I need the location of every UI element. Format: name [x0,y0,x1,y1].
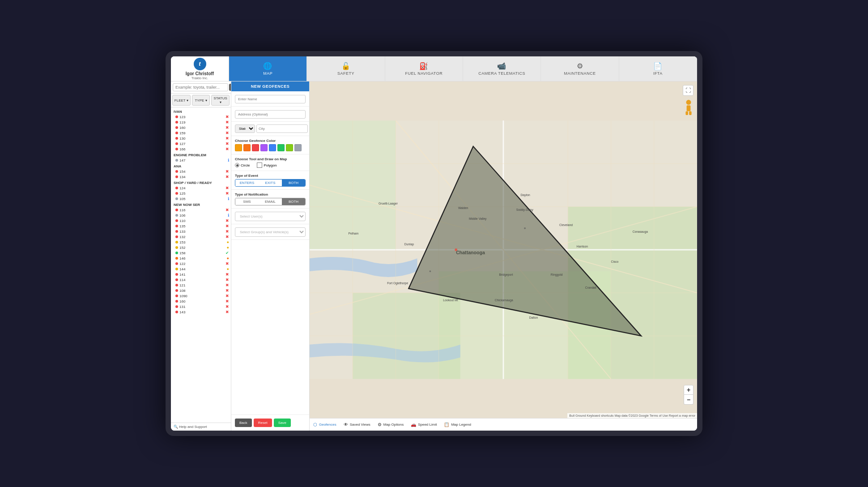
tool-saved-views[interactable]: 👁 Saved Views [344,422,370,427]
back-button[interactable]: Back [235,419,252,427]
color-swatch-orange[interactable] [243,144,251,151]
list-item[interactable]: 131✖ [171,304,231,309]
reset-button[interactable]: Reset [254,419,272,427]
list-item[interactable]: 125✖ [171,191,231,196]
location-section: State [231,122,309,136]
svg-text:Harrison: Harrison [577,245,588,248]
search-input[interactable] [173,83,228,91]
list-item[interactable]: 133✖ [171,229,231,234]
list-item[interactable]: 123✖ [171,114,231,120]
users-select[interactable]: Select User(s) [235,212,306,221]
list-item[interactable]: 105ℹ [171,196,231,201]
notif-sms[interactable]: SMS [235,198,259,205]
notification-toggle: SMS EMAIL BOTH [235,198,306,205]
street-view-icon[interactable] [684,99,694,114]
list-item[interactable]: 124✖ [171,185,231,191]
list-item[interactable]: 130✖ [171,136,231,141]
list-item[interactable]: 119✖ [171,120,231,125]
notif-both[interactable]: BOTH [282,198,305,205]
notification-section: Type of Notification SMS EMAIL BOTH [231,190,309,209]
event-enters[interactable]: ENTERS [235,179,259,186]
color-swatch-red[interactable] [252,144,259,151]
list-item[interactable]: 147ℹ [171,158,231,163]
tab-ifta-label: IFTA [653,71,663,76]
list-item[interactable]: 160✖ [171,125,231,130]
bottom-toolbar: ⬡ Geofences 👁 Saved Views ⚙ Map Options … [310,418,697,431]
tool-geofences[interactable]: ⬡ Geofences [313,422,336,427]
list-item[interactable]: 135✖ [171,223,231,229]
tool-speed-limit[interactable]: 🚗 Speed Limit [411,422,437,427]
geofence-name-input[interactable] [235,95,306,103]
list-item[interactable]: 144● [171,266,231,272]
map-legend-label: Map Legend [451,423,471,427]
color-swatch-gray[interactable] [294,144,302,151]
type-filter[interactable]: TYPE ▾ [192,95,210,106]
list-item[interactable]: 114✖ [171,277,231,282]
list-item[interactable]: 110✖ [171,218,231,223]
zoom-out-button[interactable]: − [684,395,694,405]
tab-fuel[interactable]: ⛽ FUEL NAVIGATOR [385,56,463,81]
svg-text:Pelham: Pelham [349,232,359,235]
tab-safety[interactable]: 🔓 SAFETY [307,56,385,81]
list-item[interactable]: 141✖ [171,272,231,277]
color-swatch-amber[interactable] [235,144,242,151]
save-button[interactable]: Save [274,419,291,427]
map-footer-credits: Bull Ground Keyboard shortcuts Map data … [567,413,697,418]
list-item[interactable]: 132✖ [171,234,231,239]
list-item[interactable]: 153● [171,239,231,245]
tab-camera[interactable]: 📹 CAMERA TELEMATICS [463,56,541,81]
svg-text:Dayton: Dayton [520,193,530,197]
list-item[interactable]: 116✖ [171,207,231,213]
list-item[interactable]: 122✖ [171,261,231,266]
color-swatch-blue[interactable] [269,144,276,151]
svg-text:Bridgeport: Bridgeport [499,273,513,277]
group-ivan: IVAN [171,108,231,114]
color-swatch-purple[interactable] [260,144,268,151]
help-icon: 🔍 [174,425,178,429]
svg-text:Crandall: Crandall [585,286,597,289]
state-select[interactable]: State [235,124,255,133]
polygon-tool[interactable]: Polygon [257,162,277,168]
tab-maintenance[interactable]: ⚙ MAINTENANCE [541,56,619,81]
list-item[interactable]: 108✖ [171,288,231,293]
map-area[interactable]: Chattanooga Dayton Cleveland Harrison Br… [310,81,697,418]
list-item[interactable]: 154✖ [171,169,231,174]
event-both[interactable]: BOTH [282,179,305,186]
list-item[interactable]: 152● [171,245,231,250]
event-exits[interactable]: EXITS [259,179,282,186]
list-item[interactable]: 1090✖ [171,293,231,299]
list-item[interactable]: 166✖ [171,146,231,152]
list-item[interactable]: 134✖ [171,174,231,179]
map-expand-button[interactable]: ⛶ [683,85,694,96]
svg-text:Cleveland: Cleveland [559,223,573,226]
list-item[interactable]: 121✖ [171,282,231,288]
color-swatch-lime[interactable] [286,144,293,151]
list-item[interactable]: 127✖ [171,141,231,146]
color-swatch-green[interactable] [277,144,285,151]
list-item[interactable]: 143✖ [171,309,231,315]
list-item[interactable]: 146● [171,256,231,261]
nav-brand[interactable]: t Igor Christoff Trakto Inc. [171,56,229,81]
notif-email[interactable]: EMAIL [259,198,282,205]
tool-map-options[interactable]: ⚙ Map Options [378,422,404,427]
list-item[interactable]: 106ℹ [171,213,231,218]
city-input[interactable] [256,124,308,133]
zoom-in-button[interactable]: + [684,385,694,395]
tool-map-legend[interactable]: 📋 Map Legend [444,422,471,427]
address-input[interactable] [235,110,306,119]
groups-select[interactable]: Select Group(s) and Vehicle(s) [235,227,306,237]
tab-map[interactable]: 🌐 MAP [229,56,307,81]
help-label: Help and Support [179,425,207,429]
event-section: Type of Event ENTERS EXITS BOTH [231,171,309,190]
list-item[interactable]: 160✖ [171,299,231,304]
group-ana: ANA [171,163,231,169]
tab-ifta[interactable]: 📄 IFTA [619,56,697,81]
status-filter[interactable]: STATUS ▾ [211,95,230,106]
speed-limit-label: Speed Limit [418,423,437,427]
sidebar-footer[interactable]: 🔍 Help and Support [171,423,231,431]
fleet-filter[interactable]: FLEET ▾ [172,95,191,106]
circle-tool[interactable]: Circle [235,163,250,167]
list-item[interactable]: 158✔ [171,250,231,256]
list-item[interactable]: 159✖ [171,130,231,136]
speed-limit-icon: 🚗 [411,422,416,427]
